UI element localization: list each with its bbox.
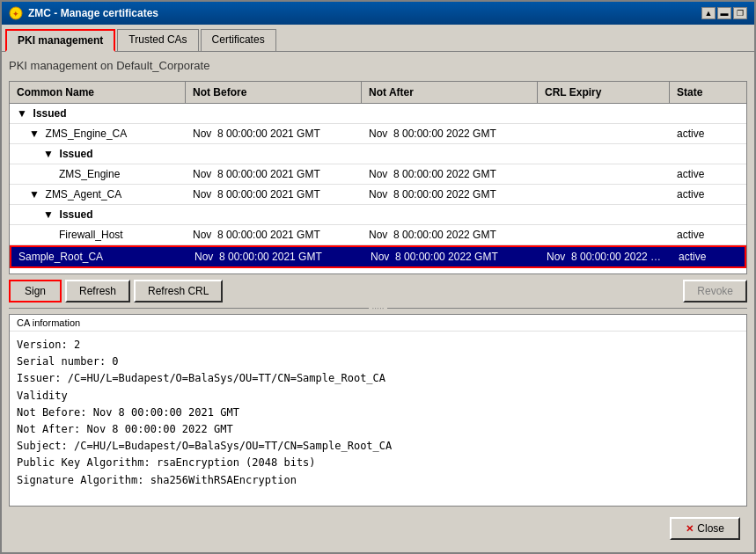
cell-not-after: Nov 8 00:00:00 2022 GMT (362, 225, 538, 244)
table-row[interactable]: ▼ Issued (10, 205, 746, 225)
maximize-button[interactable]: ▬ (717, 7, 731, 19)
tab-certificates[interactable]: Certificates (201, 29, 276, 52)
refresh-button[interactable]: Refresh (65, 280, 130, 303)
cell-not-before: Nov 8 00:00:00 2021 GMT (186, 185, 362, 204)
close-icon: ✕ (686, 523, 694, 535)
cell-not-before: Nov 8 00:00:00 2021 GMT (186, 164, 362, 184)
col-state: State (670, 82, 740, 103)
cell-not-after: Nov 8 00:00:00 2022 GMT (362, 185, 538, 204)
minimize-button[interactable]: ▲ (701, 7, 716, 19)
cell-state: active (670, 124, 740, 143)
table-row[interactable]: ▼ Issued (10, 144, 746, 164)
cell-state: active (670, 164, 740, 184)
info-line: Validity (17, 388, 739, 405)
ca-info-content: Version: 2 Serial number: 0 Issuer: /C=H… (10, 332, 746, 506)
cell-not-after: Nov 8 00:00:00 2022 GMT (362, 164, 538, 184)
cell-crl-expiry: Nov 8 00:00:00 2022 GMT (539, 247, 672, 266)
info-line: Public Key Algorithm: rsaEncryption (204… (17, 455, 739, 471)
cell-not-before: Nov 8 00:00:00 2021 GMT (186, 225, 362, 244)
cell-state (670, 144, 740, 164)
col-crl-expiry: CRL Expiry (538, 82, 670, 103)
cell-name: ▼ ZMS_Agent_CA (10, 185, 186, 204)
close-label: Close (697, 522, 724, 535)
app-icon: ✦ (9, 6, 23, 20)
separator (9, 308, 747, 309)
cell-crl-expiry (538, 185, 670, 204)
cell-crl-expiry (538, 144, 670, 164)
action-buttons: Sign Refresh Refresh CRL Revoke (9, 280, 747, 303)
revoke-button[interactable]: Revoke (683, 280, 747, 303)
cell-name: ▼ Issued (10, 144, 186, 164)
table-header: Common Name Not Before Not After CRL Exp… (10, 82, 746, 104)
cell-name: ▼ Issued (10, 205, 186, 224)
cell-state (670, 205, 740, 224)
tabs-bar: PKI management Trusted CAs Certificates (2, 25, 754, 51)
page-title: PKI management on Default_Corporate (9, 59, 747, 76)
table-row[interactable]: ▼ ZMS_Agent_CA Nov 8 00:00:00 2021 GMT N… (10, 185, 746, 205)
table-row[interactable]: ZMS_Engine Nov 8 00:00:00 2021 GMT Nov 8… (10, 164, 746, 185)
cell-state: active (672, 247, 742, 266)
cell-not-before (186, 205, 362, 224)
info-line: Not After: Nov 8 00:00:00 2022 GMT (17, 421, 739, 438)
svg-text:✦: ✦ (12, 10, 19, 18)
info-line: Not Before: Nov 8 00:00:00 2021 GMT (17, 405, 739, 421)
cell-not-after: Nov 8 00:00:00 2022 GMT (363, 247, 539, 266)
cell-not-after (362, 104, 538, 123)
title-bar-left: ✦ ZMC - Manage certificates (9, 6, 158, 20)
info-line: Version: 2 (17, 337, 739, 354)
cell-crl-expiry (538, 225, 670, 244)
info-line: Subject: /C=HU/L=Budapest/O=BalaSys/OU=T… (17, 438, 739, 455)
close-button[interactable]: ✕ Close (670, 517, 740, 540)
refresh-crl-button[interactable]: Refresh CRL (134, 280, 223, 303)
info-line: Signature Algorithm: sha256WithRSAEncryp… (17, 472, 739, 489)
restore-button[interactable]: ❐ (733, 7, 747, 19)
cell-not-after (362, 144, 538, 164)
content-area: PKI management on Default_Corporate Comm… (2, 51, 754, 552)
window-title: ZMC - Manage certificates (28, 7, 158, 19)
cell-not-before: Nov 8 00:00:00 2021 GMT (187, 247, 363, 266)
col-common-name: Common Name (10, 82, 186, 103)
cell-crl-expiry (538, 205, 670, 224)
cell-name: ▼ Issued (10, 104, 186, 123)
cell-state: active (670, 185, 740, 204)
table-row[interactable]: ▼ Issued (10, 104, 746, 124)
table-body: ▼ Issued ▼ ZMS_Engine_CA Nov 8 00:00:00 … (10, 104, 746, 273)
cell-crl-expiry (538, 164, 670, 184)
table-row[interactable]: Firewall_Host Nov 8 00:00:00 2021 GMT No… (10, 225, 746, 245)
tab-pki-management[interactable]: PKI management (5, 29, 115, 52)
info-line: Issuer: /C=HU/L=Budapest/O=BalaSys/OU=TT… (17, 370, 739, 387)
cell-name: ZMS_Engine (10, 164, 186, 184)
certificate-table: Common Name Not Before Not After CRL Exp… (9, 81, 747, 274)
info-line: Serial number: 0 (17, 354, 739, 370)
cell-crl-expiry (538, 104, 670, 123)
ca-info-panel: CA information Version: 2 Serial number:… (9, 314, 747, 507)
col-not-after: Not After (362, 82, 538, 103)
col-not-before: Not Before (186, 82, 362, 103)
sign-button[interactable]: Sign (9, 280, 62, 303)
tab-trusted-cas[interactable]: Trusted CAs (117, 29, 198, 52)
cell-not-after (362, 205, 538, 224)
cell-not-before: Nov 8 00:00:00 2021 GMT (186, 124, 362, 143)
cell-name: Sample_Root_CA (11, 247, 187, 266)
footer: ✕ Close (9, 512, 747, 545)
cell-state (670, 104, 740, 123)
cell-not-before (186, 104, 362, 123)
table-row[interactable]: ▼ ZMS_Engine_CA Nov 8 00:00:00 2021 GMT … (10, 124, 746, 144)
title-buttons: ▲ ▬ ❐ (701, 7, 747, 19)
cell-name: Firewall_Host (10, 225, 186, 244)
cell-name: ▼ ZMS_Engine_CA (10, 124, 186, 143)
ca-info-title: CA information (10, 315, 746, 332)
title-bar: ✦ ZMC - Manage certificates ▲ ▬ ❐ (2, 2, 754, 25)
cell-not-before (186, 144, 362, 164)
cell-not-after: Nov 8 00:00:00 2022 GMT (362, 124, 538, 143)
main-window: ✦ ZMC - Manage certificates ▲ ▬ ❐ PKI ma… (0, 0, 756, 554)
cell-crl-expiry (538, 124, 670, 143)
cell-state: active (670, 225, 740, 244)
table-row-selected[interactable]: Sample_Root_CA Nov 8 00:00:00 2021 GMT N… (10, 245, 746, 268)
